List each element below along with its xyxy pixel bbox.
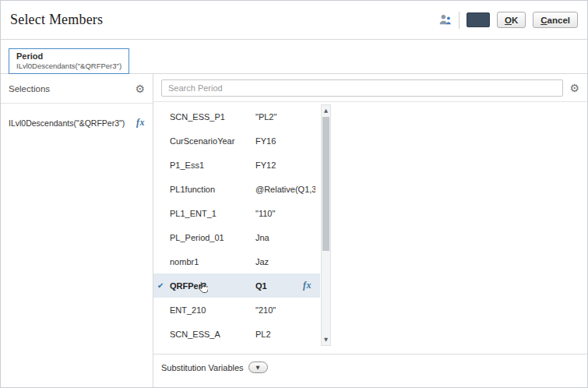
panel-toggle-button[interactable]	[467, 12, 490, 27]
tab-strip: Period ILvl0Descendants("&QRFPer3")	[1, 40, 587, 74]
member-list-rows: SCN_ESS_P1 "PL2" CurScenarioYear FY16 P1…	[153, 104, 320, 346]
ok-button[interactable]: OK	[497, 12, 526, 28]
member-name: PL1_ENT_1	[170, 209, 255, 218]
member-name: PL_Period_01	[170, 233, 255, 242]
select-members-dialog: Select Members OK Cancel Period ILvl0Des…	[0, 0, 588, 388]
selection-item[interactable]: ILvl0Descendants("&QRFPer3") fx	[1, 104, 153, 129]
member-name: SCN_ESS_A	[170, 330, 255, 339]
header-separator	[459, 12, 459, 29]
member-name: P1_Ess1	[170, 160, 255, 170]
member-value: FY16	[255, 136, 315, 146]
member-name: QRFPer3	[170, 281, 255, 291]
member-value: Jna	[255, 233, 315, 242]
member-value: FY12	[255, 160, 315, 170]
page-title: Select Members	[10, 12, 103, 28]
member-value: "210"	[255, 305, 315, 315]
fx-icon[interactable]: fx	[303, 280, 312, 291]
scroll-down-icon[interactable]: ▼	[322, 334, 330, 345]
chevron-down-icon: ▼	[256, 365, 260, 371]
scroll-up-icon[interactable]: ▲	[322, 105, 330, 116]
member-list: SCN_ESS_P1 "PL2" CurScenarioYear FY16 P1…	[153, 104, 331, 346]
member-value: Q1	[255, 281, 303, 291]
member-value: "110"	[255, 209, 315, 218]
member-name: CurScenarioYear	[170, 136, 255, 146]
list-item[interactable]: PL1_ENT_1 "110"	[153, 201, 320, 225]
list-item[interactable]: P1_Ess1 FY12	[153, 153, 320, 177]
scrollbar-thumb[interactable]	[322, 117, 329, 251]
cursor-pointer-icon	[197, 281, 208, 295]
list-item[interactable]: ENT_210 "210"	[153, 298, 320, 322]
member-name: ENT_210	[170, 305, 255, 315]
check-icon: ✔	[157, 281, 170, 290]
list-item[interactable]: SCN_ESS_P1 "PL2"	[153, 104, 320, 129]
member-name: SCN_ESS_P1	[170, 112, 255, 122]
member-selector-icon[interactable]	[438, 13, 452, 26]
substitution-variables-dropdown[interactable]: ▼	[248, 362, 268, 373]
list-item[interactable]: PL1function @Relative(Q1,3)	[153, 177, 320, 201]
selection-item-label: ILvl0Descendants("&QRFPer3")	[9, 118, 125, 128]
member-name: PL1function	[170, 185, 255, 194]
footer-row: Substitution Variables ▼	[153, 354, 587, 387]
scrollbar[interactable]: ▲ ▼	[321, 104, 331, 346]
substitution-variables-label: Substitution Variables	[161, 363, 244, 372]
list-item-selected[interactable]: ✔ QRFPer3 Q1 fx	[153, 273, 320, 298]
header-actions: OK Cancel	[438, 12, 578, 29]
member-value: Jaz	[255, 257, 315, 266]
gear-icon[interactable]: ⚙	[135, 83, 145, 94]
tab-label: Period	[16, 51, 121, 61]
search-row: ⚙	[153, 74, 587, 102]
member-picker-panel: ⚙ SCN_ESS_P1 "PL2" CurScenarioYear FY16	[153, 74, 587, 387]
member-value: "PL2"	[255, 112, 315, 122]
tab-period[interactable]: Period ILvl0Descendants("&QRFPer3")	[9, 48, 129, 74]
dialog-content: Selections ⚙ ILvl0Descendants("&QRFPer3"…	[1, 74, 587, 387]
tab-sublabel: ILvl0Descendants("&QRFPer3")	[16, 62, 121, 70]
gear-icon[interactable]: ⚙	[569, 83, 579, 93]
search-input[interactable]	[161, 79, 563, 97]
fx-icon[interactable]: fx	[136, 117, 145, 129]
list-item[interactable]: PL_Period_01 Jna	[153, 225, 320, 249]
member-value: PL2	[255, 330, 315, 339]
cancel-button[interactable]: Cancel	[533, 12, 578, 28]
dialog-header: Select Members OK Cancel	[1, 1, 587, 40]
list-item[interactable]: nombr1 Jaz	[153, 249, 320, 273]
member-name: nombr1	[170, 257, 255, 266]
selections-title: Selections	[9, 84, 50, 93]
member-value: @Relative(Q1,3)	[255, 185, 315, 194]
selections-panel: Selections ⚙ ILvl0Descendants("&QRFPer3"…	[1, 74, 153, 387]
list-item[interactable]: SCN_ESS_A PL2	[153, 322, 320, 346]
selections-header: Selections ⚙	[1, 74, 153, 104]
list-item[interactable]: CurScenarioYear FY16	[153, 129, 320, 153]
